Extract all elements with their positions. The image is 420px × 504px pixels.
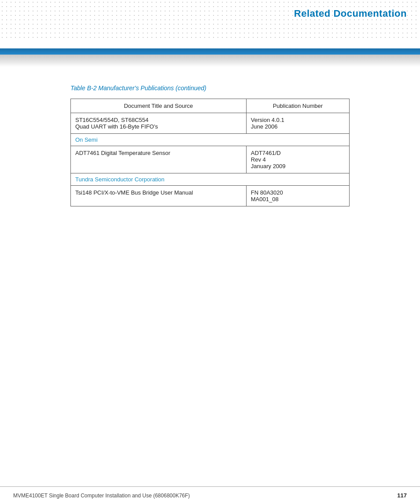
table-row: ADT7461 Digital Temperature Sensor ADT74… bbox=[71, 146, 350, 173]
footer-page-number: 117 bbox=[397, 492, 407, 499]
doc-title-cell: ST16C554/554D, ST68C554 Quad UART with 1… bbox=[71, 113, 247, 134]
tsi148-pub-line1: FN 80A3020 bbox=[251, 189, 283, 196]
on-semi-link[interactable]: On Semi bbox=[75, 136, 98, 143]
table-row: Tsi148 PCI/X-to-VME Bus Bridge User Manu… bbox=[71, 186, 350, 206]
tundra-link[interactable]: Tundra Semiconductor Corporation bbox=[75, 176, 165, 183]
header: Related Documentation bbox=[0, 0, 420, 48]
page-title: Related Documentation bbox=[294, 8, 407, 19]
pub-number-tsi148: FN 80A3020 MA001_08 bbox=[246, 186, 349, 206]
main-content: Table B-2 Manufacturer's Publications (c… bbox=[0, 71, 420, 233]
doc-title-line2: Quad UART with 16-Byte FIFO's bbox=[75, 123, 158, 130]
pub-number-cell: Version 4.0.1 June 2006 bbox=[246, 113, 349, 134]
doc-title-line1: ST16C554/554D, ST68C554 bbox=[75, 117, 148, 123]
adt-pub-line2: Rev 4 bbox=[251, 156, 266, 163]
adt-pub-line1: ADT7461/D bbox=[251, 150, 281, 156]
col-header-doc: Document Title and Source bbox=[71, 99, 247, 113]
gray-bar bbox=[0, 55, 420, 67]
col-header-pub: Publication Number bbox=[246, 99, 349, 113]
blue-band bbox=[0, 48, 420, 55]
tsi148-pub-line2: MA001_08 bbox=[251, 196, 279, 202]
section-header-on-semi: On Semi bbox=[71, 134, 350, 146]
adt-title: ADT7461 Digital Temperature Sensor bbox=[75, 150, 170, 156]
pub-number-cell-adt: ADT7461/D Rev 4 January 2009 bbox=[246, 146, 349, 173]
section-header-tundra-cell: Tundra Semiconductor Corporation bbox=[71, 173, 350, 186]
footer-text: MVME4100ET Single Board Computer Install… bbox=[13, 493, 190, 499]
section-header-tundra: Tundra Semiconductor Corporation bbox=[71, 173, 350, 186]
doc-title-tsi148: Tsi148 PCI/X-to-VME Bus Bridge User Manu… bbox=[71, 186, 247, 206]
manufacturers-table: Document Title and Source Publication Nu… bbox=[70, 99, 350, 206]
footer: MVME4100ET Single Board Computer Install… bbox=[0, 486, 420, 504]
section-header-cell: On Semi bbox=[71, 134, 350, 146]
tsi148-title: Tsi148 PCI/X-to-VME Bus Bridge User Manu… bbox=[75, 189, 193, 196]
adt-pub-line3: January 2009 bbox=[251, 163, 286, 169]
doc-title-cell-adt: ADT7461 Digital Temperature Sensor bbox=[71, 146, 247, 173]
header-title-bar: Related Documentation bbox=[294, 0, 420, 19]
pub-line1: Version 4.0.1 bbox=[251, 117, 284, 123]
table-caption: Table B-2 Manufacturer's Publications (c… bbox=[70, 85, 350, 92]
table-row: ST16C554/554D, ST68C554 Quad UART with 1… bbox=[71, 113, 350, 134]
pub-line2: June 2006 bbox=[251, 123, 278, 130]
table-header-row: Document Title and Source Publication Nu… bbox=[71, 99, 350, 113]
